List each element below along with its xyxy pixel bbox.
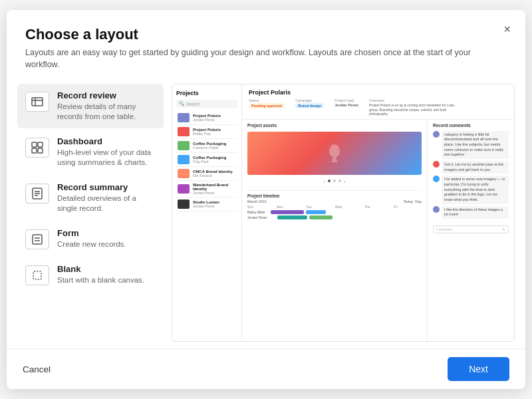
svg-point-15 bbox=[329, 144, 340, 158]
layout-name-form: Form bbox=[57, 228, 126, 238]
layout-item-blank[interactable]: Blank Start with a blank canvas. bbox=[17, 257, 164, 292]
list-thumb bbox=[178, 184, 190, 194]
layout-item-dashboard[interactable]: Dashboard High-level view of your data u… bbox=[17, 130, 164, 174]
comment-bubble: category is feeling a little bit discomb… bbox=[442, 131, 509, 159]
close-button[interactable]: × bbox=[503, 23, 511, 35]
comment-bubble: I've added in some new imagery — in part… bbox=[442, 176, 509, 203]
preview-left: Project assets ‹ bbox=[242, 120, 428, 342]
comment-avatar bbox=[433, 176, 440, 182]
svg-rect-16 bbox=[332, 158, 336, 161]
preview-meta-row: Status Pending approval Campaign Brand d… bbox=[249, 98, 507, 116]
image-nav: ‹ › bbox=[247, 179, 422, 185]
next-button[interactable]: Next bbox=[448, 357, 509, 381]
preview-meta-campaign: Campaign Brand design bbox=[295, 98, 324, 116]
list-item[interactable]: Project Polaris Jordan Perez bbox=[176, 111, 237, 125]
layout-item-form[interactable]: Form Create new records. bbox=[17, 221, 164, 256]
preview-main: Project Polaris Status Pending approval … bbox=[242, 84, 514, 341]
preview-inner: Projects 🔍 Search Project Polaris Jordan… bbox=[172, 84, 514, 341]
comments-label: Record comments bbox=[433, 123, 509, 128]
overview-value: Project Polaris is an up & coming tech n… bbox=[369, 103, 456, 116]
comment-bubble: I like the direction of these images a l… bbox=[442, 206, 509, 219]
layout-name-record-summary: Record summary bbox=[57, 182, 156, 192]
preview-content-area: Project assets ‹ bbox=[242, 120, 514, 342]
comment-item: category is feeling a little bit discomb… bbox=[433, 131, 509, 159]
svg-rect-0 bbox=[32, 98, 43, 106]
campaign-badge: Brand design bbox=[295, 103, 324, 108]
table-icon bbox=[25, 92, 49, 112]
svg-rect-14 bbox=[33, 271, 41, 279]
preview-right: Record comments category is feeling a li… bbox=[428, 120, 514, 342]
modal-header: Choose a layout Layouts are an easy way … bbox=[7, 10, 525, 77]
list-thumb bbox=[178, 200, 190, 209]
preview-meta-overview: Overview Project Polaris is an up & comi… bbox=[369, 98, 456, 116]
layout-item-record-review[interactable]: Record review Review details of many rec… bbox=[17, 84, 164, 128]
modal-subtitle: Layouts are an easy way to get started b… bbox=[25, 47, 507, 70]
comment-input[interactable]: Comment ✎ bbox=[433, 225, 509, 233]
svg-rect-3 bbox=[32, 142, 37, 147]
blank-icon bbox=[25, 265, 49, 285]
layout-desc-dashboard: High-level view of your data using summa… bbox=[57, 148, 156, 168]
layout-item-record-summary[interactable]: Record summary Detailed overviews of a s… bbox=[17, 176, 164, 220]
comment-avatar bbox=[433, 206, 440, 213]
list-thumb bbox=[178, 155, 190, 164]
comment-avatar bbox=[433, 131, 440, 138]
svg-rect-4 bbox=[38, 142, 43, 147]
preview-sidebar-title: Projects bbox=[176, 90, 237, 96]
modal-title: Choose a layout bbox=[25, 26, 507, 43]
svg-rect-17 bbox=[331, 161, 338, 162]
list-item[interactable]: Studio Lumen Jordan Perez bbox=[176, 198, 237, 211]
comment-item: Got it. Let me try another pass at the i… bbox=[433, 161, 509, 174]
svg-rect-11 bbox=[33, 235, 42, 244]
layout-name-dashboard: Dashboard bbox=[57, 136, 156, 146]
list-thumb bbox=[178, 169, 190, 178]
timeline-section: Project timeline March 2021 Today Day bbox=[247, 190, 422, 221]
list-thumb bbox=[178, 141, 190, 150]
layout-desc-form: Create new records. bbox=[57, 239, 126, 249]
comment-bubble: Got it. Let me try another pass at the i… bbox=[442, 161, 509, 174]
svg-rect-6 bbox=[38, 148, 43, 153]
list-item[interactable]: Wanderland Brand Identity Jordan Perez bbox=[176, 181, 237, 198]
preview-main-header: Project Polaris Status Pending approval … bbox=[242, 84, 514, 120]
modal-body: Record review Review details of many rec… bbox=[7, 77, 525, 348]
layout-name-blank: Blank bbox=[57, 264, 144, 274]
timeline-rows: Bailey Miller Jordan Perez bbox=[247, 210, 422, 219]
timeline-header: March 2021 Today Day bbox=[247, 200, 422, 203]
list-item[interactable]: Coffee Packaging Cameron Fields bbox=[176, 139, 237, 153]
form-icon bbox=[25, 229, 49, 249]
comment-item: I like the direction of these images a l… bbox=[433, 206, 509, 219]
comment-item: I've added in some new imagery — in part… bbox=[433, 176, 509, 203]
preview-meta-lead: Project lead Jordan Perez bbox=[334, 98, 358, 116]
timeline-row-2: Jordan Perez bbox=[247, 215, 422, 219]
timeline-row-1: Bailey Miller bbox=[247, 210, 422, 214]
cancel-button[interactable]: Cancel bbox=[23, 364, 51, 374]
layout-name-record-review: Record review bbox=[57, 90, 156, 100]
modal-footer: Cancel Next bbox=[7, 348, 525, 389]
timeline-days: SunMonTueWedThuFri bbox=[247, 205, 422, 209]
layout-desc-record-summary: Detailed overviews of a single record. bbox=[57, 194, 156, 213]
list-item[interactable]: Coffee Packaging Trey Park bbox=[176, 153, 237, 167]
layout-desc-blank: Start with a blank canvas. bbox=[57, 275, 144, 285]
preview-area: Projects 🔍 Search Project Polaris Jordan… bbox=[172, 84, 515, 342]
dashboard-icon bbox=[25, 138, 49, 158]
search-icon: 🔍 bbox=[179, 101, 184, 106]
record-icon bbox=[25, 184, 49, 203]
assets-label: Project assets bbox=[247, 123, 422, 128]
layout-desc-record-review: Review details of many records from one … bbox=[57, 102, 156, 122]
timeline-controls: Today Day bbox=[404, 200, 422, 203]
layout-list: Record review Review details of many rec… bbox=[17, 84, 164, 342]
list-item[interactable]: CMCA Brand Identity Dot Seracul bbox=[176, 167, 237, 181]
modal: Choose a layout Layouts are an easy way … bbox=[7, 10, 525, 389]
preview-list: Project Polaris Jordan Perez Project Pol… bbox=[176, 111, 237, 211]
preview-image bbox=[247, 132, 422, 175]
comment-avatar bbox=[433, 161, 440, 168]
status-badge: Pending approval bbox=[249, 103, 285, 108]
list-thumb bbox=[178, 127, 190, 136]
preview-meta-status: Status Pending approval bbox=[249, 98, 285, 116]
comments-list: category is feeling a little bit discomb… bbox=[433, 131, 509, 221]
lead-value: Jordan Perez bbox=[334, 103, 358, 107]
svg-rect-5 bbox=[32, 148, 37, 153]
preview-record-title: Project Polaris bbox=[249, 89, 507, 96]
preview-sidebar: Projects 🔍 Search Project Polaris Jordan… bbox=[172, 84, 242, 341]
list-thumb bbox=[178, 113, 190, 122]
list-item[interactable]: Project Polaris Bobby Ray bbox=[176, 125, 237, 139]
